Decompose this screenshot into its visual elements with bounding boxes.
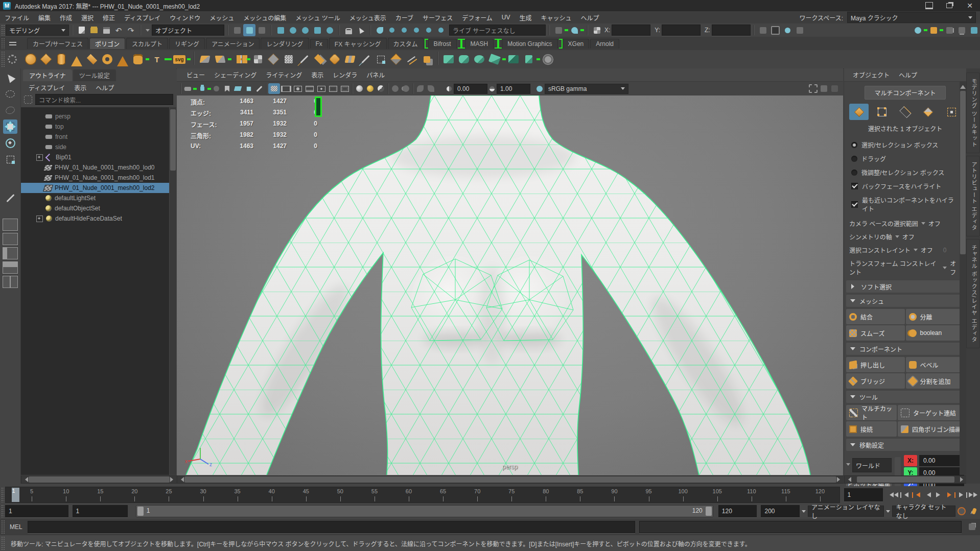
tree-item-persp[interactable]: persp (21, 111, 169, 122)
menu-deform[interactable]: デフォーム (457, 13, 497, 22)
section-mesh[interactable]: メッシュ (846, 295, 964, 307)
type-tool-icon[interactable]: T (149, 52, 165, 67)
object-mode-icon[interactable] (849, 104, 869, 120)
command-search-input[interactable]: コマンド検索... (35, 94, 173, 105)
bridge-button[interactable]: ブリッジ (846, 373, 905, 389)
uv-planar-icon[interactable] (441, 52, 456, 67)
menu-curves[interactable]: カーブ (391, 13, 418, 22)
separate-icon[interactable] (213, 52, 228, 67)
extrude-icon[interactable] (312, 52, 327, 67)
section-soft-selection[interactable]: ソフト選択 (846, 280, 964, 293)
layout-single-pane-button[interactable] (3, 219, 18, 231)
menu-uv[interactable]: UV (497, 14, 515, 21)
rotate-tool-icon[interactable] (3, 136, 17, 150)
open-scene-icon[interactable] (88, 24, 100, 36)
shelf-options-gear-icon[interactable] (6, 53, 19, 65)
x-entry-field[interactable] (612, 25, 650, 36)
menu-mesh[interactable]: メッシュ (205, 13, 239, 22)
poly-plane-icon[interactable] (84, 52, 100, 67)
panel-menu-shading[interactable]: シェーディング (209, 70, 261, 79)
scroll-up-arrow[interactable] (960, 83, 966, 89)
face-mode-icon[interactable] (919, 104, 938, 120)
image-plane-icon[interactable] (232, 83, 243, 95)
step-back-key-button[interactable] (911, 490, 921, 500)
command-input[interactable] (28, 521, 635, 533)
radio-pick-select[interactable]: 選択/セレクション ボックス (844, 138, 966, 152)
uv-cylindrical-icon[interactable] (456, 52, 472, 67)
smooth-button[interactable]: スムーズ (846, 325, 905, 341)
move-axis-space-selector[interactable]: ワールド (852, 458, 892, 472)
uv-spherical-icon[interactable] (472, 52, 487, 67)
select-object-icon[interactable] (243, 24, 255, 36)
orange-block-icon[interactable] (419, 52, 434, 67)
anim-layer-arrow[interactable] (802, 510, 806, 515)
lock-cursor-icon[interactable] (355, 24, 367, 36)
outliner-menu-show[interactable]: 表示 (69, 83, 91, 92)
tree-item-default-light-set[interactable]: defaultLightSet (21, 193, 169, 203)
play-backwards-button[interactable] (922, 490, 933, 500)
panel-menu-show[interactable]: 表示 (307, 70, 328, 79)
shadows-icon[interactable] (376, 83, 386, 95)
multi-cut-button[interactable]: マルチカット (846, 405, 897, 420)
gamma-field[interactable]: 1.00 (497, 84, 530, 94)
shelf-tab-xgen[interactable]: XGen (563, 39, 590, 49)
shelf-tab-animation[interactable]: アニメーション (206, 38, 260, 49)
mirror-icon[interactable] (231, 52, 247, 67)
shelf-tab-arnold[interactable]: Arnold (590, 39, 619, 49)
tree-item-default-hide-face-data-set[interactable]: defaultHideFaceDataSet (21, 213, 169, 224)
toolkit-vscrollbar[interactable] (960, 82, 966, 475)
symmetry-row[interactable]: シンメトリの軸オフ (844, 229, 966, 242)
extrude-button[interactable]: 押し出し (846, 357, 905, 372)
gamma-icon[interactable] (487, 83, 497, 95)
project-cube-icon[interactable] (388, 52, 404, 67)
construction-history-icon[interactable] (757, 24, 769, 36)
snap-point-icon[interactable] (299, 24, 311, 36)
grease-pencil-icon[interactable] (254, 83, 265, 95)
uv-editor-icon[interactable] (506, 52, 521, 67)
tree-item-mesh-lod0[interactable]: PHW_01_Nude_0001_mesh00_lod0 (21, 162, 169, 173)
resolution-gate-icon[interactable] (292, 83, 304, 94)
poly-cone-icon[interactable] (69, 52, 84, 67)
tab-modeling-toolkit[interactable]: モデリング ツールキット (966, 73, 980, 153)
make-live-icon[interactable] (374, 24, 386, 36)
paint-select-tool-icon[interactable] (3, 103, 17, 117)
ambient-occlusion-icon[interactable] (390, 83, 401, 95)
all-lights-icon[interactable] (365, 83, 376, 95)
grid-entry-icon[interactable] (591, 24, 603, 36)
time-slider[interactable]: 510 1520 2530 3540 4550 5560 6570 7580 8… (5, 487, 840, 503)
view-transform-icon[interactable] (534, 83, 545, 95)
safe-action-icon[interactable] (327, 83, 339, 94)
lasso-tool-icon[interactable] (3, 87, 17, 101)
view-transform-selector[interactable]: sRGB gamma (545, 84, 628, 94)
add-divisions-button[interactable]: 分割を追加 (906, 373, 965, 389)
gear-options-icon[interactable] (540, 52, 555, 67)
curve-snap-4-icon[interactable] (423, 24, 435, 36)
range-end-handle[interactable] (706, 507, 712, 516)
character-set-selector[interactable]: キャラクタ セットなし (892, 506, 955, 517)
gate-mask-icon[interactable] (304, 83, 315, 94)
section-tools[interactable]: ツール (846, 391, 964, 403)
target-weld-button[interactable]: ターゲット連結 (898, 405, 964, 420)
film-gate-icon[interactable] (280, 83, 292, 94)
poly-sphere-icon[interactable] (23, 52, 38, 67)
field-chart-icon[interactable] (315, 83, 327, 94)
animation-start-field[interactable]: 1 (5, 505, 68, 517)
layout-four-pane-button[interactable] (3, 233, 18, 245)
sidebar-toggle-icon[interactable] (968, 24, 980, 36)
relative-mode-icon[interactable] (552, 24, 565, 36)
redo-icon[interactable]: ↷ (125, 24, 137, 36)
sidebar-toolkit-icon[interactable] (927, 24, 940, 36)
selection-mask-arrow[interactable] (146, 29, 150, 34)
shelf-tab-fx[interactable]: Fx (310, 39, 328, 49)
step-forward-frame-button[interactable] (958, 490, 968, 500)
curve-snap-3-icon[interactable] (410, 24, 423, 36)
edge-mode-icon[interactable] (896, 104, 915, 120)
outliner-menu-display[interactable]: ディスプレイ (24, 83, 69, 92)
shelf-tab-fx-caching[interactable]: FX キャッシング (329, 38, 387, 49)
scroll-thumb[interactable] (170, 109, 176, 171)
step-forward-key-button[interactable] (946, 490, 956, 500)
quad-draw-pen-icon[interactable] (296, 52, 312, 67)
checkbox-highlight-backfaces[interactable]: バックフェースをハイライト (844, 179, 966, 193)
snap-center-icon[interactable] (311, 24, 323, 36)
bookmark-icon[interactable] (222, 83, 232, 95)
